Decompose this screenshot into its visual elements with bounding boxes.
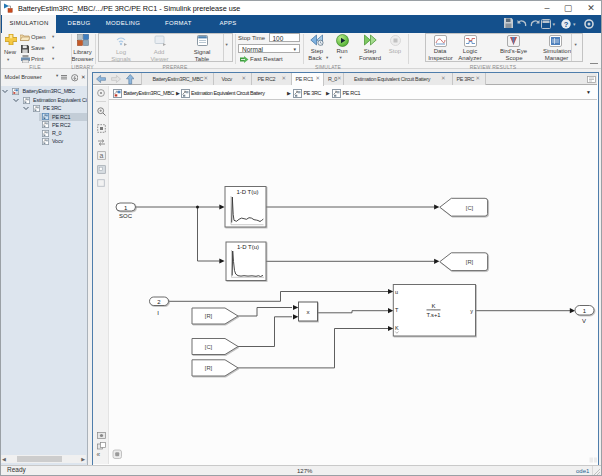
svg-text:1-D T(u): 1-D T(u) [236, 189, 258, 195]
svg-text:V: V [581, 318, 585, 324]
svg-text:I: I [157, 310, 159, 316]
svg-text:a: a [99, 152, 103, 159]
svg-text:[C]: [C] [204, 344, 212, 350]
svg-text:u: u [395, 289, 398, 295]
svg-text:K: K [431, 303, 435, 309]
svg-text:?: ? [564, 19, 569, 28]
svg-text:[R]: [R] [204, 313, 212, 319]
svg-text:[C]: [C] [465, 205, 473, 211]
svg-text:1-D T(u): 1-D T(u) [236, 244, 258, 250]
svg-text:[R]: [R] [204, 365, 212, 371]
svg-text:y: y [470, 308, 473, 314]
svg-text:K: K [395, 325, 399, 331]
svg-text:SOC: SOC [118, 213, 132, 219]
svg-text:[R]: [R] [465, 259, 473, 265]
svg-text:T.s+1: T.s+1 [426, 312, 440, 318]
